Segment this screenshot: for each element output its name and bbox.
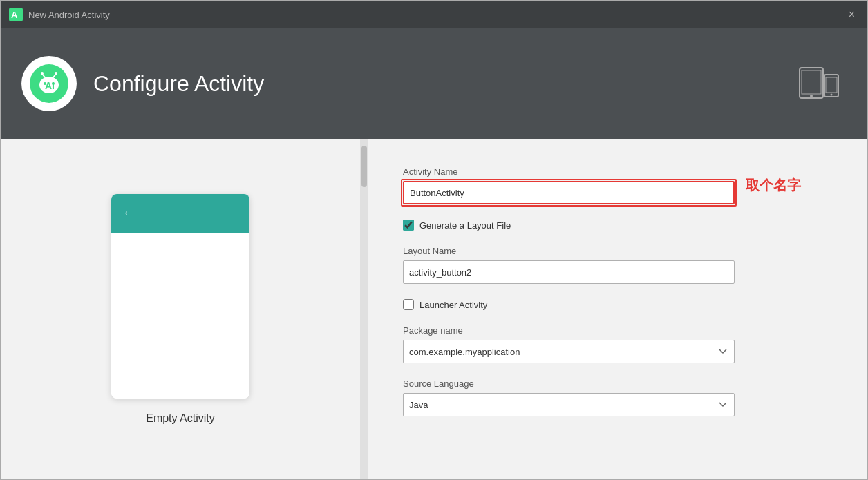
header: AI Configure Activity — [1, 28, 867, 139]
close-button[interactable]: × — [845, 7, 859, 22]
svg-text:AI: AI — [45, 80, 55, 91]
source-language-select[interactable]: Java Kotlin — [403, 393, 735, 416]
svg-rect-14 — [824, 75, 838, 97]
launcher-activity-checkbox[interactable] — [403, 299, 414, 310]
generate-layout-group: Generate a Layout File — [403, 220, 840, 231]
generate-layout-checkbox[interactable] — [403, 220, 414, 231]
package-name-group: Package name com.example.myapplication — [403, 325, 840, 363]
phone-top-bar: ← — [111, 194, 249, 233]
source-language-label: Source Language — [403, 378, 840, 389]
svg-point-13 — [810, 95, 813, 97]
generate-layout-label: Generate a Layout File — [419, 220, 511, 231]
activity-name-input[interactable] — [403, 181, 735, 204]
activity-name-input-wrapper — [403, 181, 735, 204]
svg-point-16 — [831, 94, 833, 96]
layout-name-group: Layout Name — [403, 246, 840, 284]
svg-point-7 — [41, 72, 44, 75]
device-icon — [798, 65, 840, 102]
android-studio-title-icon: A — [9, 8, 23, 21]
annotation-text: 取个名字 — [746, 176, 801, 195]
activity-type-label: Empty Activity — [146, 412, 215, 425]
layout-name-input[interactable] — [403, 260, 735, 284]
source-language-group: Source Language Java Kotlin — [403, 378, 840, 416]
svg-point-9 — [55, 72, 57, 75]
launcher-activity-label: Launcher Activity — [419, 300, 487, 310]
phone-mockup: ← — [111, 194, 249, 399]
package-name-label: Package name — [403, 325, 840, 336]
back-arrow-icon: ← — [122, 206, 135, 220]
header-logo: AI — [21, 56, 77, 111]
layout-name-label: Layout Name — [403, 246, 840, 256]
svg-rect-12 — [802, 70, 821, 94]
svg-rect-11 — [800, 68, 823, 98]
dialog-window: A New Android Activity × — [0, 0, 868, 480]
content-area: ← Empty Activity Activity Name — [1, 139, 867, 479]
title-bar-text: New Android Activity — [28, 10, 845, 20]
phone-body — [111, 233, 249, 399]
right-panel: Activity Name 取个名字 Generate a Layout Fil… — [368, 139, 867, 479]
activity-name-group: Activity Name 取个名字 — [403, 166, 840, 204]
launcher-activity-group: Launcher Activity — [403, 299, 840, 310]
scrollbar-thumb[interactable] — [361, 146, 367, 187]
package-name-select[interactable]: com.example.myapplication — [403, 340, 735, 363]
left-panel: ← Empty Activity — [1, 139, 360, 479]
activity-name-label: Activity Name — [403, 166, 735, 177]
page-title: Configure Activity — [93, 71, 264, 97]
svg-text:A: A — [11, 10, 18, 20]
vertical-scrollbar[interactable] — [360, 139, 368, 479]
title-bar: A New Android Activity × — [1, 1, 867, 28]
svg-rect-15 — [826, 77, 837, 93]
device-tablet-icon — [798, 65, 840, 99]
android-studio-logo: AI — [30, 64, 68, 103]
